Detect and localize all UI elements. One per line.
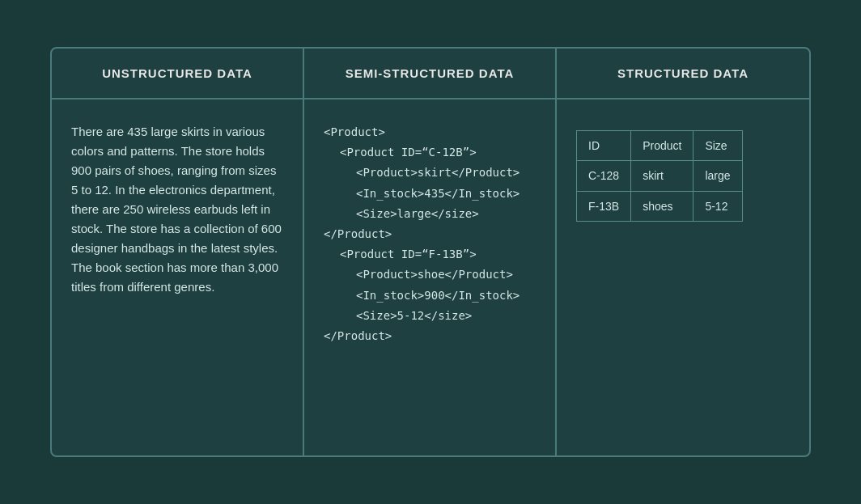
cell-product-2: shoes	[631, 191, 693, 221]
cell-size-2: 5-12	[693, 191, 742, 221]
cell-size-1: large	[693, 161, 742, 191]
xml-line-4: <In_stock>435</In_stock>	[324, 184, 536, 204]
header-structured: STRUCTURED DATA	[557, 49, 809, 98]
header-unstructured: UNSTRUCTURED DATA	[52, 49, 304, 98]
structured-table: ID Product Size C-128 skirt large F-13B …	[576, 130, 743, 222]
unstructured-content: There are 435 large skirts in various co…	[52, 100, 304, 455]
xml-line-3: <Product>skirt</Product>	[324, 163, 536, 183]
xml-code-block: <Product> <Product ID=“C-12B”> <Product>…	[324, 122, 536, 346]
col-header-size: Size	[693, 131, 742, 161]
xml-line-8: <Product>shoe</Product>	[324, 265, 536, 285]
xml-line-2: <Product ID=“C-12B”>	[324, 142, 536, 163]
structured-content: ID Product Size C-128 skirt large F-13B …	[557, 100, 809, 455]
xml-line-11: </Product>	[324, 326, 536, 346]
xml-line-9: <In_stock>900</In_stock>	[324, 286, 536, 306]
unstructured-text: There are 435 large skirts in various co…	[71, 122, 283, 297]
col-header-id: ID	[577, 131, 631, 161]
xml-line-1: <Product>	[324, 122, 536, 142]
semi-structured-content: <Product> <Product ID=“C-12B”> <Product>…	[304, 100, 557, 455]
table-header-row: ID Product Size	[577, 131, 743, 161]
cell-id-2: F-13B	[577, 191, 631, 221]
comparison-container: UNSTRUCTURED DATA SEMI-STRUCTURED DATA S…	[50, 47, 811, 457]
table-row: C-128 skirt large	[577, 161, 743, 191]
xml-line-5: <Size>large</size>	[324, 204, 536, 224]
xml-line-10: <Size>5-12</size>	[324, 306, 536, 326]
col-header-product: Product	[631, 131, 693, 161]
header-row: UNSTRUCTURED DATA SEMI-STRUCTURED DATA S…	[52, 49, 809, 100]
cell-id-1: C-128	[577, 161, 631, 191]
xml-line-6: </Product>	[324, 224, 536, 244]
table-row: F-13B shoes 5-12	[577, 191, 743, 221]
cell-product-1: skirt	[631, 161, 693, 191]
content-row: There are 435 large skirts in various co…	[52, 100, 809, 455]
header-semi-structured: SEMI-STRUCTURED DATA	[304, 49, 557, 98]
xml-line-7: <Product ID=“F-13B”>	[324, 244, 536, 265]
